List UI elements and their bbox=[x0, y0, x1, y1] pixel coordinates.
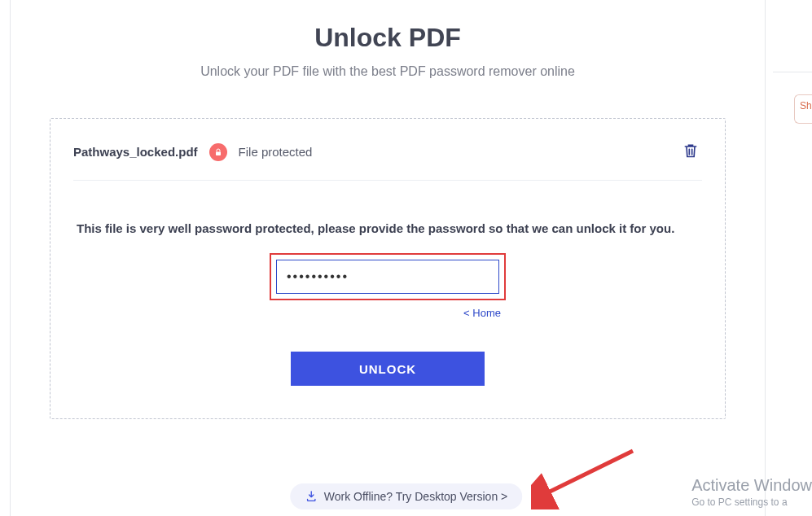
file-status: File protected bbox=[239, 145, 313, 159]
offline-label: Work Offline? Try Desktop Version > bbox=[324, 490, 508, 503]
arrow-annotation-icon bbox=[531, 444, 645, 509]
file-row: Pathways_locked.pdf File protected bbox=[73, 138, 702, 181]
page-title: Unlock PDF bbox=[11, 23, 765, 53]
file-card: Pathways_locked.pdf File protected This … bbox=[50, 118, 726, 419]
unlock-button[interactable]: UNLOCK bbox=[291, 352, 485, 386]
svg-rect-0 bbox=[216, 151, 221, 155]
lock-icon bbox=[209, 143, 227, 161]
password-highlight-box bbox=[270, 253, 506, 300]
file-name: Pathways_locked.pdf bbox=[73, 145, 198, 159]
svg-line-2 bbox=[543, 451, 633, 495]
home-link[interactable]: < Home bbox=[270, 307, 506, 319]
delete-button[interactable] bbox=[679, 138, 702, 165]
share-tab[interactable]: Sh bbox=[794, 94, 812, 124]
instruction-text: This file is very well password protecte… bbox=[73, 221, 702, 235]
download-icon bbox=[305, 490, 318, 503]
password-input[interactable] bbox=[276, 260, 499, 294]
trash-icon bbox=[683, 142, 699, 160]
right-separator bbox=[773, 72, 812, 72]
offline-button[interactable]: Work Offline? Try Desktop Version > bbox=[290, 483, 523, 509]
page-subtitle: Unlock your PDF file with the best PDF p… bbox=[11, 64, 765, 79]
